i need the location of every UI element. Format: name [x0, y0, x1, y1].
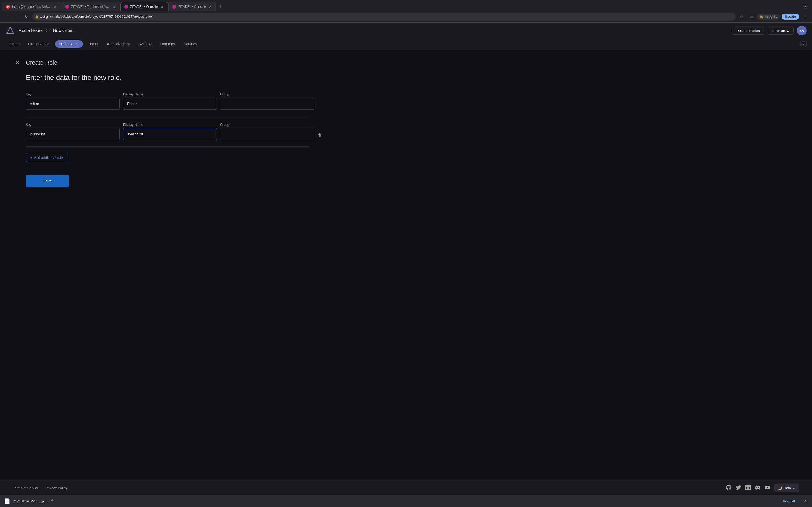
twitter-icon[interactable]	[736, 485, 741, 492]
tab-favicon-zitadel-console2	[172, 5, 176, 9]
org-arrows: ▲ ▼	[45, 29, 47, 33]
role-row-1: Key Display Name Group	[26, 93, 309, 110]
role-2-displayname-label: Display Name	[123, 123, 217, 127]
help-icon[interactable]: ?	[800, 41, 807, 48]
footer-icons: 🌙 Dark ⌄	[726, 484, 799, 492]
role-1-displayname-input[interactable]	[123, 98, 217, 110]
address-bar: ← → ↻ 🔒 ☆ ⊞ 🕵 Incognito Update ⋮	[0, 11, 812, 22]
add-icon: +	[30, 156, 33, 160]
tab-close-zitadel-auth0[interactable]: ✕	[112, 5, 116, 9]
tab-favicon-gmail: M	[6, 5, 10, 9]
github-icon[interactable]	[726, 485, 731, 492]
role-1-key-input[interactable]	[26, 98, 120, 110]
privacy-policy-link[interactable]: Privacy Policy	[45, 486, 67, 490]
tab-zitadel-console2[interactable]: ZITADEL • Console ✕	[168, 2, 216, 11]
role-1-group-input[interactable]	[220, 98, 314, 110]
role-2-key-group: Key	[26, 123, 120, 140]
user-avatar[interactable]: ZA	[797, 26, 807, 36]
incognito-label: Incognito	[764, 15, 778, 18]
youtube-icon[interactable]	[765, 485, 770, 492]
browser-menu-button[interactable]: ⋮	[801, 13, 809, 20]
theme-label: Dark	[784, 486, 791, 490]
forward-button[interactable]: →	[13, 13, 20, 20]
nav-actions[interactable]: Actions	[135, 39, 156, 50]
delete-role-2-button[interactable]: 🗑	[317, 130, 322, 140]
theme-arrow-icon: ⌄	[793, 486, 796, 490]
download-item: 📄 2171810902955....json ^	[4, 498, 53, 504]
browser-chrome: M Inbox (2) - janedoe.zitadel@g... ✕ ZIT…	[0, 0, 812, 22]
linkedin-icon[interactable]	[746, 485, 751, 492]
role-form: Key Display Name Group Key Display Name	[26, 93, 309, 187]
tab-title-gmail: Inbox (2) - janedoe.zitadel@g...	[12, 5, 51, 9]
instance-button[interactable]: Instance ⚙	[768, 27, 794, 35]
download-close-button[interactable]: ✕	[801, 498, 808, 504]
tab-gmail[interactable]: M Inbox (2) - janedoe.zitadel@g... ✕	[2, 2, 61, 11]
breadcrumb: Media House ▲ ▼ / Newsroom	[18, 28, 728, 34]
show-all-button[interactable]: Show all	[782, 499, 795, 503]
tab-menu-button[interactable]: ⋮	[801, 3, 810, 10]
page-title: Create Role	[26, 59, 57, 66]
terms-of-service-link[interactable]: Terms of Service	[13, 486, 39, 490]
nav-projects-label: Projects 1	[55, 40, 83, 48]
incognito-badge: 🕵 Incognito	[757, 14, 780, 19]
discord-icon[interactable]	[755, 485, 760, 492]
tab-close-zitadel-console2[interactable]: ✕	[208, 5, 212, 9]
theme-moon-icon: 🌙	[778, 486, 782, 490]
role-1-key-label: Key	[26, 93, 120, 96]
role-1-group-group: Group	[220, 93, 314, 110]
reload-button[interactable]: ↻	[22, 13, 30, 20]
url-container: 🔒	[32, 13, 736, 21]
role-divider-1	[26, 116, 309, 116]
projects-badge: 1	[74, 42, 79, 46]
tab-title-zitadel-console2: ZITADEL • Console	[178, 5, 206, 9]
tab-title-zitadel-console1: ZITADEL • Console	[130, 5, 158, 9]
download-file-icon: 📄	[4, 498, 10, 504]
role-2-key-input[interactable]	[26, 128, 120, 140]
breadcrumb-separator-1: /	[49, 28, 51, 34]
tab-zitadel-auth0[interactable]: ZITADEL • The best of Auth0 a... ✕	[61, 2, 120, 11]
download-file-name: 2171810902955....json	[13, 499, 48, 503]
role-2-displayname-input[interactable]	[123, 128, 217, 140]
download-expand-button[interactable]: ^	[51, 499, 53, 504]
nav-settings[interactable]: Settings	[180, 39, 202, 50]
nav-domains[interactable]: Domains	[156, 39, 180, 50]
nav-projects[interactable]: Projects 1	[54, 40, 84, 49]
role-2-group-label: Group	[220, 123, 314, 127]
add-additional-role-button[interactable]: + Add additional role	[26, 153, 67, 162]
nav-users[interactable]: Users	[84, 39, 103, 50]
role-row-2: Key Display Name Group 🗑	[26, 123, 309, 140]
header-actions: Documentation Instance ⚙ ZA	[732, 26, 807, 36]
app-header: Media House ▲ ▼ / Newsroom Documentation…	[0, 22, 812, 50]
delete-icon: 🗑	[317, 133, 322, 137]
instance-gear-icon: ⚙	[786, 29, 790, 33]
download-bar: 📄 2171810902955....json ^ Show all ✕	[0, 495, 812, 507]
documentation-button[interactable]: Documentation	[732, 27, 764, 35]
role-2-group-input[interactable]	[220, 128, 314, 140]
close-button[interactable]: ✕	[13, 58, 21, 67]
nav-authorizations[interactable]: Authorizations	[103, 39, 135, 50]
incognito-icon: 🕵	[759, 15, 763, 18]
role-1-key-group: Key	[26, 93, 120, 110]
nav-organization[interactable]: Organization	[24, 39, 54, 50]
theme-selector[interactable]: 🌙 Dark ⌄	[774, 484, 799, 492]
save-button[interactable]: Save	[26, 175, 69, 187]
nav-home[interactable]: Home	[5, 39, 24, 50]
tab-close-gmail[interactable]: ✕	[53, 5, 57, 9]
extensions-button[interactable]: ⊞	[748, 13, 755, 20]
star-button[interactable]: ☆	[738, 13, 746, 20]
url-input[interactable]	[32, 13, 736, 21]
add-role-label: Add additional role	[34, 156, 63, 160]
role-2-key-label: Key	[26, 123, 120, 127]
tab-close-zitadel-console1[interactable]: ✕	[160, 5, 164, 9]
back-button[interactable]: ←	[3, 13, 11, 20]
nav-bar: Home Organization Projects 1 Users Autho…	[5, 39, 807, 50]
tab-bar: M Inbox (2) - janedoe.zitadel@g... ✕ ZIT…	[0, 0, 812, 11]
new-tab-button[interactable]: +	[216, 3, 224, 11]
update-button[interactable]: Update	[782, 14, 799, 19]
app-header-top: Media House ▲ ▼ / Newsroom Documentation…	[5, 22, 807, 39]
org-selector[interactable]: Media House ▲ ▼	[18, 28, 47, 33]
role-2-group-group: Group	[220, 123, 314, 140]
lock-icon: 🔒	[35, 15, 39, 18]
page-subtitle: Enter the data for the new role.	[26, 73, 309, 82]
tab-zitadel-console1[interactable]: ZITADEL • Console ✕	[120, 2, 168, 11]
